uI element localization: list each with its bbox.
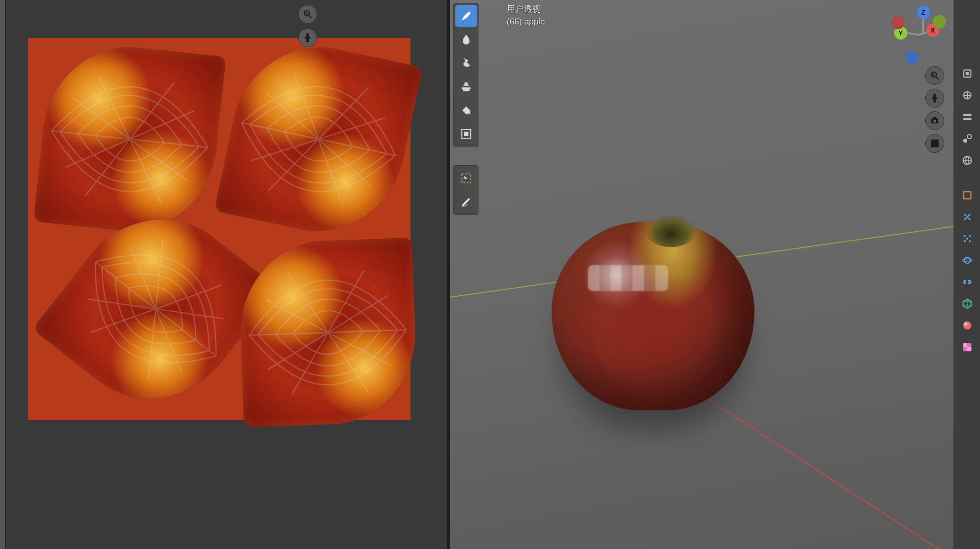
fill-bucket-icon[interactable] [455,100,477,121]
camera-icon[interactable] [925,111,944,130]
box-select-icon[interactable] [455,167,477,189]
svg-point-32 [964,323,967,326]
object-tab-icon[interactable] [957,185,978,205]
viewport-nav [925,66,944,153]
gizmo-axis-neg-x[interactable] [891,16,905,29]
material-tab-icon[interactable] [957,316,978,335]
pan-icon[interactable] [298,28,317,47]
particles-tab-icon[interactable] [957,229,978,249]
properties-tabs [954,0,980,549]
svg-rect-5 [464,132,468,136]
svg-rect-19 [963,118,971,120]
viewport-canvas[interactable] [450,0,954,549]
scene-tab-icon[interactable] [957,129,978,149]
svg-point-21 [967,134,972,139]
object-apple-mesh[interactable] [552,222,754,410]
svg-rect-34 [963,343,967,347]
svg-point-11 [933,120,936,122]
svg-point-31 [963,321,971,329]
gizmo-axis-neg-z[interactable] [905,51,919,64]
modifier-tab-icon[interactable] [957,207,978,227]
uv-editor-header-strip[interactable] [0,0,6,549]
render-tab-icon[interactable] [957,64,978,83]
output-tab-icon[interactable] [957,85,978,105]
uv-island [237,238,418,428]
paint-toolbar-secondary [453,165,478,215]
paint-toolbar [453,3,478,147]
uv-island [214,31,423,247]
uv-texture-canvas[interactable] [28,38,410,420]
physics-tab-icon[interactable] [957,250,978,270]
svg-point-24 [963,235,965,237]
orientation-gizmo[interactable]: Z X Y [889,6,941,58]
svg-rect-16 [965,72,969,75]
smear-icon[interactable] [455,52,477,74]
uv-editor-nav [298,5,317,47]
pan-icon[interactable] [925,89,944,108]
brush-draw-icon[interactable] [455,5,477,27]
svg-line-1 [309,16,312,18]
zoom-icon[interactable] [925,66,944,85]
gizmo-axis-z[interactable]: Z [917,6,930,19]
overlay-view-mode: 用户透视 [507,3,545,16]
svg-line-8 [936,77,939,80]
svg-rect-18 [963,114,971,116]
svg-point-29 [964,258,970,264]
uv-wireframe [214,31,423,247]
svg-rect-12 [931,140,938,147]
mask-icon[interactable] [455,123,477,145]
viewport-3d: 用户透视 (66) apple Z X Y [450,0,954,549]
viewport-overlay-text: 用户透视 (66) apple [507,3,545,28]
grid-persp-icon[interactable] [925,134,944,153]
mesh-data-tab-icon[interactable] [957,294,978,314]
viewlayer-tab-icon[interactable] [957,107,978,127]
svg-point-27 [969,240,971,242]
svg-point-25 [969,235,971,237]
uv-wireframe [237,238,418,428]
constraint-tab-icon[interactable] [957,272,978,292]
clone-stamp-icon[interactable] [455,76,477,98]
svg-rect-35 [967,347,972,351]
svg-rect-23 [963,191,971,199]
texture-tab-icon[interactable] [957,337,978,357]
svg-point-20 [963,139,967,143]
world-tab-icon[interactable] [957,150,978,170]
overlay-object-name: (66) apple [507,16,545,28]
svg-point-26 [963,240,965,242]
gizmo-axis-neg-y[interactable] [933,15,946,28]
svg-point-28 [966,238,968,240]
annotate-icon[interactable] [455,191,477,213]
zoom-icon[interactable] [298,5,317,24]
soften-icon[interactable] [455,29,477,50]
uv-image-editor [0,0,321,549]
